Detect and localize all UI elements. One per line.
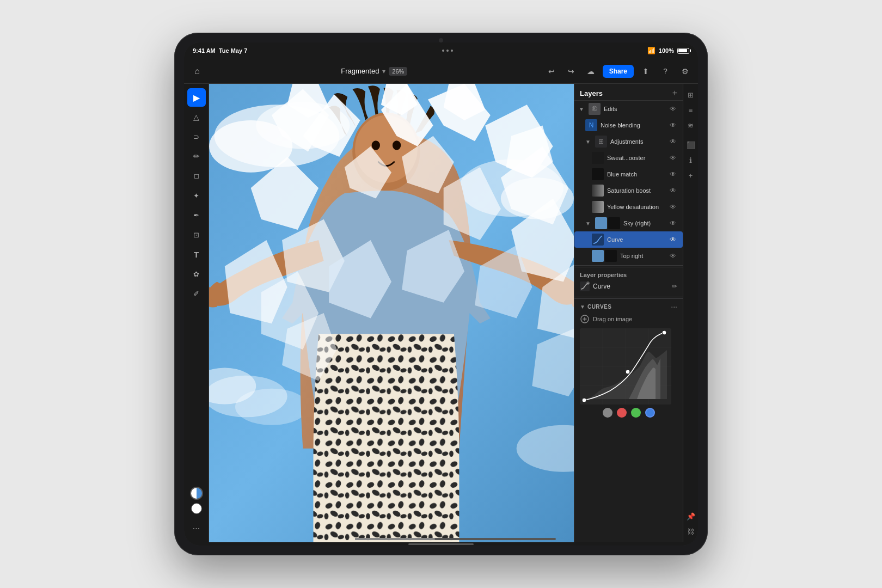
layer-thumb-yellow-desat	[592, 201, 604, 213]
layer-name-adjustments: Adjustments	[610, 138, 666, 145]
move-tool[interactable]: ▶	[187, 88, 206, 107]
add-layer-panel-icon[interactable]: +	[684, 169, 697, 182]
layer-blue-match[interactable]: Blue match 👁	[574, 166, 683, 182]
layer-eye-adjustments[interactable]: 👁	[670, 138, 678, 145]
svg-point-56	[626, 370, 630, 374]
color-white[interactable]	[191, 503, 202, 514]
layer-eye-edits[interactable]: 👁	[670, 105, 678, 113]
drag-on-image-button[interactable]: Drag on image	[580, 314, 677, 324]
layers-panel: Layers + ▼ Ⓔ Edits 👁 N	[574, 84, 683, 542]
lasso-tool[interactable]: ⊃	[187, 127, 206, 146]
healing-tool[interactable]: ✿	[187, 265, 206, 283]
zoom-level[interactable]: 26%	[389, 67, 407, 76]
layers-panel-icon[interactable]: ⊞	[684, 88, 697, 101]
status-bar: 9:41 AM Tue May 7 📶 100%	[184, 42, 698, 59]
home-bar	[408, 543, 474, 545]
layer-eye-noise[interactable]: 👁	[670, 121, 678, 129]
layer-name-top-right: Top right	[620, 253, 666, 259]
curves-more-button[interactable]: ···	[671, 302, 677, 311]
layers-add-button[interactable]: +	[672, 88, 677, 98]
curves-expand-icon[interactable]: ▼	[580, 304, 585, 310]
ipad-screen: 9:41 AM Tue May 7 📶 100% ⌂ Fragmented ▾	[184, 42, 698, 546]
svg-point-19	[393, 140, 401, 150]
eraser-tool[interactable]: ◻	[187, 167, 206, 185]
battery-pct: 100%	[659, 47, 674, 54]
layer-properties-section: Layer properties Curve	[574, 267, 683, 296]
layer-props-edit-icon[interactable]: ✏	[672, 283, 677, 290]
status-right: 📶 100%	[647, 47, 689, 54]
clone-tool[interactable]: ✦	[187, 186, 206, 205]
filters-panel-icon[interactable]: ≋	[684, 119, 697, 132]
drag-icon	[580, 314, 590, 324]
layer-saturation[interactable]: Saturation boost 👁	[574, 182, 683, 199]
layer-eye-yellow-desat[interactable]: 👁	[670, 203, 678, 211]
upload-button[interactable]: ⬆	[638, 64, 653, 79]
curve-edit-icon	[580, 281, 590, 291]
channel-grey[interactable]	[603, 408, 612, 418]
layer-name-yellow-desat: Yellow desaturation	[607, 204, 666, 210]
mask-panel-icon[interactable]: ⬛	[684, 138, 697, 151]
svg-point-18	[372, 140, 380, 150]
battery-fill	[678, 49, 687, 52]
tools-panel: ▶ △ ⊃ ✏ ◻ ✦ ✒ ⊡ T ✿ ✐ ···	[184, 84, 209, 542]
svg-point-55	[582, 398, 586, 402]
layer-eye-top-right[interactable]: 👁	[670, 252, 678, 260]
toolbar-center: Fragmented ▾ 26%	[341, 67, 407, 76]
layer-edits[interactable]: ▼ Ⓔ Edits 👁	[574, 101, 683, 117]
layer-sweat[interactable]: Sweat...ooster 👁	[574, 150, 683, 166]
redo-button[interactable]: ↪	[564, 64, 579, 79]
svg-point-14	[235, 389, 308, 425]
layer-eye-sky[interactable]: 👁	[670, 219, 678, 227]
curve-graph[interactable]	[580, 328, 671, 405]
layer-adjustments[interactable]: ▼ ⊞ Adjustments 👁	[574, 133, 683, 150]
info-panel-icon[interactable]: ℹ	[684, 154, 697, 167]
brush-tool[interactable]: ✏	[187, 147, 206, 166]
status-dot-2	[446, 50, 449, 52]
layer-noise[interactable]: N Noise blending 👁	[574, 117, 683, 133]
toolbar: ⌂ Fragmented ▾ 26% ↩ ↪ ☁ Share ⬆ ? ⚙	[184, 59, 698, 84]
battery-icon	[677, 48, 689, 54]
channel-blue[interactable]	[645, 408, 655, 418]
layer-top-right[interactable]: Top right 👁	[574, 248, 683, 264]
status-dot-3	[451, 50, 453, 52]
help-button[interactable]: ?	[658, 64, 673, 79]
pin-panel-icon[interactable]: 📌	[684, 510, 697, 523]
channel-green[interactable]	[631, 408, 641, 418]
layers-title: Layers	[580, 89, 603, 97]
type-tool[interactable]: T	[187, 245, 206, 264]
layer-curve[interactable]: Curve 👁	[574, 231, 683, 248]
crop-tool[interactable]: ⊡	[187, 225, 206, 244]
layer-yellow-desat[interactable]: Yellow desaturation 👁	[574, 199, 683, 215]
adjustments-panel-icon[interactable]: ≡	[684, 103, 697, 117]
home-button[interactable]: ⌂	[189, 64, 205, 79]
eyedropper-tool[interactable]: ✒	[187, 206, 206, 224]
layer-thumb-adjustments: ⊞	[595, 136, 607, 148]
expand-edits: ▼	[579, 106, 585, 112]
pen-tool[interactable]: ✐	[187, 284, 206, 303]
layer-thumb-blue-match	[592, 168, 604, 180]
layer-eye-curve[interactable]: 👁	[670, 236, 678, 243]
layer-eye-sweat[interactable]: 👁	[670, 154, 678, 162]
layer-name-sky: Sky (right)	[623, 220, 666, 226]
layer-eye-saturation[interactable]: 👁	[670, 187, 678, 194]
layers-header: Layers +	[574, 84, 683, 101]
settings-button[interactable]: ⚙	[677, 64, 693, 79]
layer-thumb-sweat	[592, 152, 604, 164]
link-panel-icon[interactable]: ⛓	[684, 525, 697, 538]
curves-section: ▼ CURVES ···	[574, 298, 683, 423]
more-tools[interactable]: ···	[187, 519, 206, 538]
canvas-area[interactable]	[209, 84, 574, 542]
doc-dropdown-icon[interactable]: ▾	[382, 68, 385, 75]
shape-tool[interactable]: △	[187, 108, 206, 126]
channel-red[interactable]	[617, 408, 627, 418]
svg-point-57	[662, 330, 666, 335]
layer-sky-right[interactable]: ▼ Sky (right) 👁	[574, 215, 683, 231]
canvas-scrollbar[interactable]	[355, 538, 556, 540]
cloud-button[interactable]: ☁	[583, 64, 598, 79]
color-picker[interactable]	[190, 487, 203, 500]
layer-eye-blue-match[interactable]: 👁	[670, 170, 678, 178]
main-content: ▶ △ ⊃ ✏ ◻ ✦ ✒ ⊡ T ✿ ✐ ···	[184, 84, 698, 542]
share-button[interactable]: Share	[603, 65, 634, 78]
undo-button[interactable]: ↩	[544, 64, 559, 79]
layer-props-name: Curve	[593, 283, 610, 290]
